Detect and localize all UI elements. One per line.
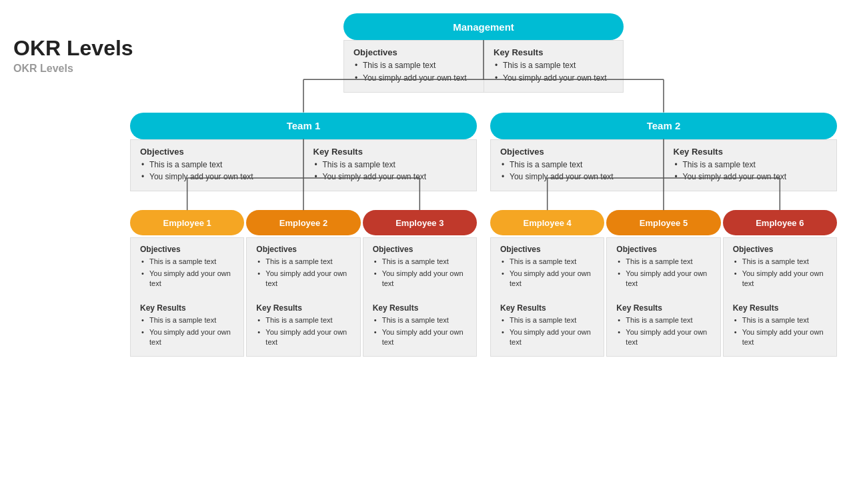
list-item: This is a sample text: [500, 159, 654, 171]
management-row: Management: [130, 13, 837, 40]
team1-keyresults-title: Key Results: [313, 147, 468, 157]
emp5-kr-title: Key Results: [616, 303, 710, 313]
emp3-obj-list: This is a sample text You simply add you…: [373, 257, 467, 289]
list-item: This is a sample text: [140, 257, 234, 267]
management-info-row: Objectives This is a sample text You sim…: [130, 40, 837, 93]
management-objectives-box: Objectives This is a sample text You sim…: [343, 40, 484, 93]
page-title: OKR Levels: [13, 37, 133, 60]
team1-employees-row: Employee 1 Objectives This is a sample t…: [130, 210, 477, 356]
employee3-kr-box: Key Results This is a sample text You si…: [363, 297, 477, 356]
team1-pill[interactable]: Team 1: [130, 113, 477, 139]
list-item: You simply add your own text: [256, 327, 350, 348]
employee5-col: Employee 5 Objectives This is a sample t…: [606, 210, 720, 356]
employee2-kr-box: Key Results This is a sample text You si…: [246, 297, 360, 356]
management-objectives-list: This is a sample text You simply add you…: [353, 60, 474, 84]
team2-keyresults-box: Key Results This is a sample text You si…: [664, 139, 838, 192]
team1-keyresults-box: Key Results This is a sample text You si…: [303, 139, 478, 192]
employee1-pill[interactable]: Employee 1: [130, 210, 244, 235]
management-pill[interactable]: Management: [343, 13, 624, 40]
team2-keyresults-list: This is a sample text You simply add you…: [674, 159, 828, 183]
emp3-kr-list: This is a sample text You simply add you…: [373, 315, 467, 347]
emp2-obj-title: Objectives: [256, 245, 350, 254]
list-item: You simply add your own text: [616, 269, 710, 289]
list-item: You simply add your own text: [313, 171, 468, 183]
list-item: You simply add your own text: [733, 269, 827, 289]
employee6-kr-box: Key Results This is a sample text You si…: [723, 297, 837, 356]
emp6-obj-list: This is a sample text You simply add you…: [733, 257, 827, 289]
list-item: This is a sample text: [313, 159, 468, 171]
employee4-pill[interactable]: Employee 4: [490, 210, 604, 235]
employee3-obj-box: Objectives This is a sample text You sim…: [363, 237, 477, 297]
list-item: You simply add your own text: [373, 269, 467, 289]
list-item: You simply add your own text: [256, 269, 350, 289]
list-item: You simply add your own text: [500, 327, 594, 348]
team2-spacer: [490, 191, 837, 210]
list-item: This is a sample text: [500, 315, 594, 325]
list-item: This is a sample text: [256, 315, 350, 325]
team2-objectives-title: Objectives: [500, 147, 654, 157]
emp2-kr-list: This is a sample text You simply add you…: [256, 315, 350, 347]
team1-info-row: Objectives This is a sample text You sim…: [130, 139, 477, 192]
list-item: This is a sample text: [616, 315, 710, 325]
team1-section: Team 1 Objectives This is a sample text …: [130, 113, 477, 357]
employee3-pill[interactable]: Employee 3: [363, 210, 477, 235]
list-item: You simply add your own text: [494, 73, 614, 84]
team2-keyresults-title: Key Results: [674, 147, 828, 157]
list-item: This is a sample text: [256, 257, 350, 267]
employee6-pill[interactable]: Employee 6: [723, 210, 837, 235]
employee1-col: Employee 1 Objectives This is a sample t…: [130, 210, 244, 356]
list-item: You simply add your own text: [616, 327, 710, 348]
teams-row: Team 1 Objectives This is a sample text …: [130, 113, 837, 357]
emp4-kr-list: This is a sample text You simply add you…: [500, 315, 594, 347]
list-item: This is a sample text: [373, 315, 467, 325]
title-block: OKR Levels OKR Levels: [13, 37, 133, 75]
team2-pill[interactable]: Team 2: [490, 113, 837, 139]
list-item: This is a sample text: [353, 60, 474, 71]
team1-objectives-list: This is a sample text You simply add you…: [140, 159, 294, 183]
list-item: You simply add your own text: [674, 171, 828, 183]
employee6-col: Employee 6 Objectives This is a sample t…: [723, 210, 837, 356]
list-item: You simply add your own text: [140, 327, 234, 348]
page: OKR Levels OKR Levels Management Objecti…: [0, 0, 853, 504]
list-item: This is a sample text: [140, 159, 294, 171]
emp1-kr-list: This is a sample text You simply add you…: [140, 315, 234, 347]
list-item: This is a sample text: [674, 159, 828, 171]
team2-objectives-list: This is a sample text You simply add you…: [500, 159, 654, 183]
employee2-col: Employee 2 Objectives This is a sample t…: [246, 210, 360, 356]
employee5-pill[interactable]: Employee 5: [606, 210, 720, 235]
list-item: This is a sample text: [494, 60, 614, 71]
employee1-obj-box: Objectives This is a sample text You sim…: [130, 237, 244, 297]
employee5-obj-box: Objectives This is a sample text You sim…: [606, 237, 720, 297]
list-item: You simply add your own text: [733, 327, 827, 348]
page-subtitle: OKR Levels: [13, 63, 133, 75]
employee2-obj-box: Objectives This is a sample text You sim…: [246, 237, 360, 297]
employee4-col: Employee 4 Objectives This is a sample t…: [490, 210, 604, 356]
emp6-kr-title: Key Results: [733, 303, 827, 313]
management-keyresults-list: This is a sample text You simply add you…: [494, 60, 614, 84]
team1-objectives-title: Objectives: [140, 147, 294, 157]
team1-objectives-box: Objectives This is a sample text You sim…: [130, 139, 303, 192]
team1-keyresults-list: This is a sample text You simply add you…: [313, 159, 468, 183]
management-keyresults-box: Key Results This is a sample text You si…: [484, 40, 624, 93]
emp4-kr-title: Key Results: [500, 303, 594, 313]
emp5-obj-list: This is a sample text You simply add you…: [616, 257, 710, 289]
emp6-obj-title: Objectives: [733, 245, 827, 254]
emp4-obj-title: Objectives: [500, 245, 594, 254]
management-objectives-title: Objectives: [353, 47, 474, 57]
list-item: You simply add your own text: [353, 73, 474, 84]
emp1-kr-title: Key Results: [140, 303, 234, 313]
list-item: You simply add your own text: [140, 269, 234, 289]
spacer-1: [130, 93, 837, 113]
team2-objectives-box: Objectives This is a sample text You sim…: [490, 139, 664, 192]
employee2-pill[interactable]: Employee 2: [246, 210, 360, 235]
emp2-obj-list: This is a sample text You simply add you…: [256, 257, 350, 289]
list-item: This is a sample text: [373, 257, 467, 267]
team2-section: Team 2 Objectives This is a sample text …: [490, 113, 837, 357]
employee5-kr-box: Key Results This is a sample text You si…: [606, 297, 720, 356]
okr-chart: Management Objectives This is a sample t…: [130, 13, 837, 357]
emp1-obj-title: Objectives: [140, 245, 234, 254]
list-item: You simply add your own text: [373, 327, 467, 348]
list-item: You simply add your own text: [140, 171, 294, 183]
employee4-kr-box: Key Results This is a sample text You si…: [490, 297, 604, 356]
emp3-obj-title: Objectives: [373, 245, 467, 254]
